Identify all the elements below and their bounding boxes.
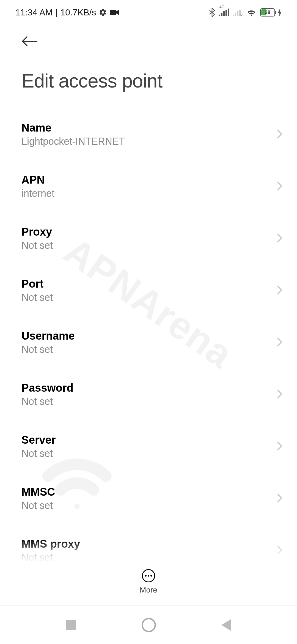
setting-row-mmsc[interactable]: MMSC Not set <box>21 473 283 525</box>
setting-label: Name <box>21 122 125 134</box>
setting-value: Not set <box>21 500 55 511</box>
svg-rect-11 <box>275 11 276 14</box>
svg-rect-1 <box>219 15 220 16</box>
signal-nosim-icon <box>233 9 243 16</box>
setting-row-proxy[interactable]: Proxy Not set <box>21 212 283 264</box>
chevron-right-icon <box>277 493 283 504</box>
setting-row-server[interactable]: Server Not set <box>21 421 283 473</box>
chevron-right-icon <box>277 129 283 140</box>
more-button[interactable]: More <box>0 561 297 594</box>
svg-text:38: 38 <box>265 10 270 15</box>
setting-row-apn[interactable]: APN internet <box>21 160 283 212</box>
chevron-right-icon <box>277 545 283 556</box>
status-right: 4G 38 <box>209 7 282 17</box>
setting-row-port[interactable]: Port Not set <box>21 264 283 316</box>
bluetooth-icon <box>209 7 215 17</box>
chevron-right-icon <box>277 285 283 296</box>
setting-value: internet <box>21 188 54 199</box>
chevron-right-icon <box>277 337 283 348</box>
nav-back-icon[interactable] <box>221 619 231 631</box>
camera-icon <box>110 9 119 16</box>
nav-home-icon[interactable] <box>142 618 156 632</box>
status-speed: 10.7KB/s <box>61 7 96 18</box>
setting-value: Not set <box>21 448 56 459</box>
signal-4g-icon: 4G <box>219 9 229 16</box>
status-separator: | <box>55 7 57 18</box>
setting-label: MMSC <box>21 486 55 498</box>
chevron-right-icon <box>277 181 283 192</box>
setting-value: Not set <box>21 292 53 303</box>
status-bar: 11:34 AM | 10.7KB/s 4G 38 <box>0 0 297 25</box>
svg-rect-7 <box>235 13 236 16</box>
setting-row-name[interactable]: Name Lightpocket-INTERNET <box>21 108 283 160</box>
setting-label: Password <box>21 382 73 394</box>
setting-row-password[interactable]: Password Not set <box>21 369 283 421</box>
page-title: Edit access point <box>0 48 297 108</box>
status-left: 11:34 AM | 10.7KB/s <box>15 7 119 18</box>
more-icon <box>142 569 155 582</box>
setting-value: Not set <box>21 344 75 355</box>
setting-label: APN <box>21 174 54 186</box>
status-time: 11:34 AM <box>15 7 53 18</box>
settings-list: Name Lightpocket-INTERNET APN internet P… <box>0 108 297 577</box>
wifi-icon <box>246 9 256 16</box>
setting-value: Not set <box>21 396 73 407</box>
setting-value: Lightpocket-INTERNET <box>21 136 125 147</box>
setting-label: Proxy <box>21 226 53 238</box>
gear-icon <box>99 8 107 17</box>
chevron-right-icon <box>277 441 283 452</box>
setting-value: Not set <box>21 240 53 251</box>
setting-label: Port <box>21 278 53 290</box>
setting-label: MMS proxy <box>21 538 80 550</box>
chevron-right-icon <box>277 389 283 400</box>
nav-recents-icon[interactable] <box>66 620 76 630</box>
svg-rect-9 <box>239 10 241 16</box>
chevron-right-icon <box>277 233 283 244</box>
svg-rect-5 <box>228 9 229 16</box>
setting-label: Server <box>21 434 56 446</box>
navigation-bar <box>0 605 297 644</box>
setting-label: Username <box>21 330 75 342</box>
svg-rect-6 <box>233 15 234 16</box>
svg-rect-4 <box>226 10 227 16</box>
battery-icon: 38 <box>260 8 282 17</box>
svg-rect-0 <box>110 10 116 15</box>
setting-row-username[interactable]: Username Not set <box>21 316 283 369</box>
more-label: More <box>140 586 157 594</box>
svg-rect-3 <box>223 11 225 16</box>
svg-rect-8 <box>237 11 238 16</box>
svg-rect-2 <box>221 13 222 16</box>
back-button[interactable] <box>0 25 297 48</box>
